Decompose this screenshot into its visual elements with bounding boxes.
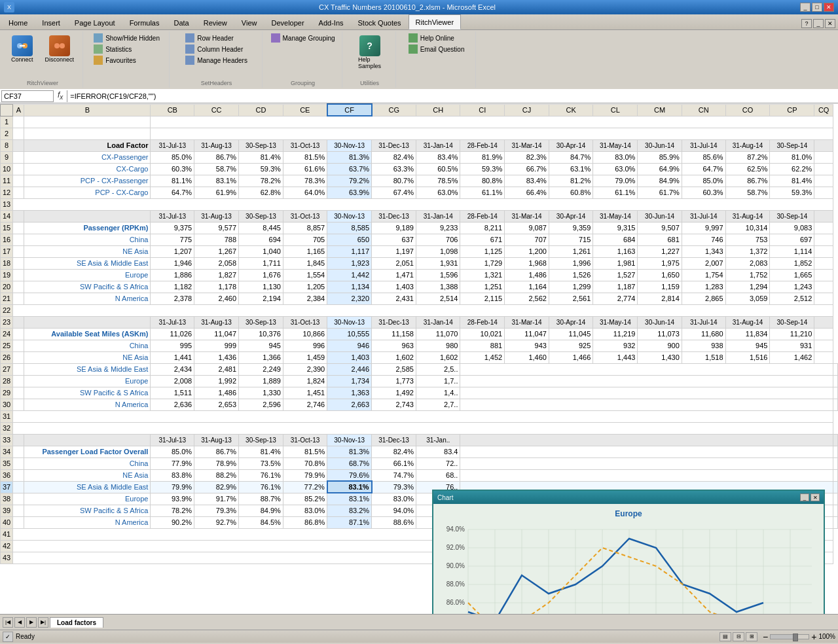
title-controls: _ □ ✕ (800, 3, 834, 12)
table-row: 11 PCP - CX-Passenger 81.1%83.1%78.2%78.… (1, 175, 838, 187)
col-header-ch[interactable]: CH (416, 104, 460, 116)
col-header-cq[interactable]: CQ (814, 104, 833, 116)
close-button[interactable]: ✕ (824, 3, 834, 12)
tab-page-layout[interactable]: Page Layout (67, 15, 122, 29)
zoom-slider-handle[interactable] (793, 634, 798, 641)
col-header-b[interactable]: B (24, 104, 151, 116)
formula-input[interactable]: =IFERROR(CF19/CF28,"") (67, 90, 837, 102)
tab-view[interactable]: View (234, 15, 264, 29)
row-num: 8 (1, 139, 13, 151)
disconnect-button[interactable]: Disconnect (41, 33, 79, 79)
email-question-button[interactable]: Email Question (407, 44, 467, 54)
help-online-icon (409, 33, 418, 43)
col-header-cf[interactable]: CF (327, 104, 372, 116)
col-header-ce[interactable]: CE (283, 104, 327, 116)
table-row: 14 31-Jul-1331-Aug-1330-Sep-1331-Oct-13 … (1, 210, 838, 222)
manage-headers-button[interactable]: Manage Headers (183, 55, 249, 65)
sheet-nav-first[interactable]: |◀ (3, 617, 13, 628)
sheet-nav-last[interactable]: ▶| (38, 617, 48, 628)
title-bar: X CX Traffic Numbers 20100610_2.xlsm - M… (0, 0, 838, 14)
favourites-icon (94, 56, 103, 65)
manage-headers-icon (185, 56, 194, 65)
series-2014-line (468, 548, 763, 614)
ritchviewer-group-label: RitchViewer (27, 79, 58, 86)
col-header-cp[interactable]: CP (770, 104, 814, 116)
tab-insert[interactable]: Insert (35, 15, 67, 29)
table-row: 24 Available Seat Miles (ASKm) 11,02611,… (1, 328, 838, 340)
col-header-cl[interactable]: CL (593, 104, 638, 116)
col-header-ck[interactable]: CK (549, 104, 592, 116)
tab-review[interactable]: Review (196, 15, 234, 29)
ribbon-help-button[interactable]: ? (801, 19, 812, 28)
statistics-button[interactable]: Statistics (92, 44, 162, 54)
table-row: 18 SE Asia & Middle East 1,9462,0581,711… (1, 257, 838, 269)
sheet-tab-load-factors[interactable]: Load factors (50, 617, 103, 628)
fx-label: fx (55, 90, 65, 101)
ribbon-group-toggle: Show/Hide Hidden Statistics Favourites (84, 31, 170, 88)
tab-stock-quotes[interactable]: Stock Quotes (351, 15, 409, 29)
zoom-plus-button[interactable]: + (811, 632, 816, 642)
minimize-button[interactable]: _ (800, 3, 811, 12)
col-header-cg[interactable]: CG (372, 104, 416, 116)
col-header-cb[interactable]: CB (151, 104, 194, 116)
chart-close-button[interactable]: ✕ (811, 493, 820, 501)
favourites-button[interactable]: Favourites (92, 55, 162, 65)
table-row: 1 (1, 116, 838, 128)
col-header-a[interactable]: A (13, 104, 24, 116)
col-header-cc[interactable]: CC (194, 104, 239, 116)
row-header-button[interactable]: Row Header (183, 33, 249, 43)
table-row: 25 China 995999945996 946 96398088194392… (1, 340, 838, 351)
table-row: 33 31-Jul-1331-Aug-1330-Sep-1331-Oct-13 … (1, 434, 838, 446)
sheet-container: A B CB CC CD CE CF CG CH CI CJ CK CL CM … (0, 103, 838, 614)
table-row: 12 PCP - CX-Cargo 64.7%61.9%62.8%64.0% 6… (1, 187, 838, 198)
table-row: 36 NE Asia 83.8%88.2%76.1%79.9% 79.6% 74… (1, 469, 838, 481)
sheet-nav-prev[interactable]: ◀ (14, 617, 25, 628)
tab-home[interactable]: Home (1, 15, 35, 29)
grouping-group-label: Grouping (291, 79, 315, 86)
col-header-co[interactable]: CO (725, 104, 770, 116)
sheet-nav-next[interactable]: ▶ (26, 617, 37, 628)
table-row: 34 Passenger Load Factor Overall 85.0%86… (1, 446, 838, 457)
help-samples-button[interactable]: ? HelpSamples (354, 33, 386, 72)
chart-overlay[interactable]: Chart _ ✕ Europe 94.0% 92.0% 90.0% 88.0%… (432, 490, 825, 614)
col-header-cd[interactable]: CD (239, 104, 283, 116)
page-layout-view-button[interactable]: ⊟ (733, 632, 744, 641)
row-num: 1 (1, 116, 13, 128)
tab-ritchviewer[interactable]: RitchViewer (409, 14, 462, 29)
tab-formulas[interactable]: Formulas (122, 15, 167, 29)
ribbon-group-utilities: ? HelpSamples Utilities (344, 31, 396, 88)
restore-button[interactable]: □ (812, 3, 822, 12)
normal-view-button[interactable]: ▤ (720, 632, 731, 641)
ribbon-group-help: Help Online Email Question (397, 31, 476, 88)
help-online-button[interactable]: Help Online (407, 33, 467, 43)
table-row: 9 CX-Passenger 85.0%86.7%81.4%81.5% 81.3… (1, 151, 838, 163)
show-hide-hidden-button[interactable]: Show/Hide Hidden (92, 33, 162, 43)
column-header-button[interactable]: Column Header (183, 44, 249, 54)
ribbon-minimize-button[interactable]: _ (813, 19, 824, 28)
manage-grouping-button[interactable]: Manage Grouping (269, 33, 337, 43)
ribbon-close-button[interactable]: ✕ (825, 19, 835, 28)
chart-minimize-button[interactable]: _ (800, 493, 809, 501)
row-num: 2 (1, 128, 13, 139)
col-header-cj[interactable]: CJ (505, 104, 549, 116)
sheet-tabs-bar: |◀ ◀ ▶ ▶| Load factors (0, 614, 838, 630)
svg-text:90.0%: 90.0% (446, 562, 465, 569)
tab-data[interactable]: Data (166, 15, 196, 29)
zoom-level[interactable]: 100% (818, 633, 835, 640)
zoom-minus-button[interactable]: − (763, 632, 768, 642)
svg-text:94.0%: 94.0% (446, 526, 465, 533)
table-row: 27 SE Asia & Middle East 2,4342,4812,249… (1, 363, 838, 375)
col-header-ci[interactable]: CI (460, 104, 505, 116)
ready-status: Ready (16, 633, 35, 640)
table-row: 13 (1, 198, 838, 210)
tab-developer[interactable]: Developer (264, 15, 311, 29)
page-break-view-button[interactable]: ⊞ (746, 632, 757, 641)
col-header-cn[interactable]: CN (682, 104, 725, 116)
tab-add-ins[interactable]: Add-Ins (312, 15, 351, 29)
status-icon: ✓ (3, 632, 13, 642)
chart-bar-label: Chart (437, 494, 453, 501)
column-header-row: A B CB CC CD CE CF CG CH CI CJ CK CL CM … (1, 104, 838, 116)
cell-reference-box[interactable]: CF37 (1, 90, 54, 102)
col-header-cm[interactable]: CM (638, 104, 682, 116)
connect-button[interactable]: Connect (7, 33, 38, 79)
